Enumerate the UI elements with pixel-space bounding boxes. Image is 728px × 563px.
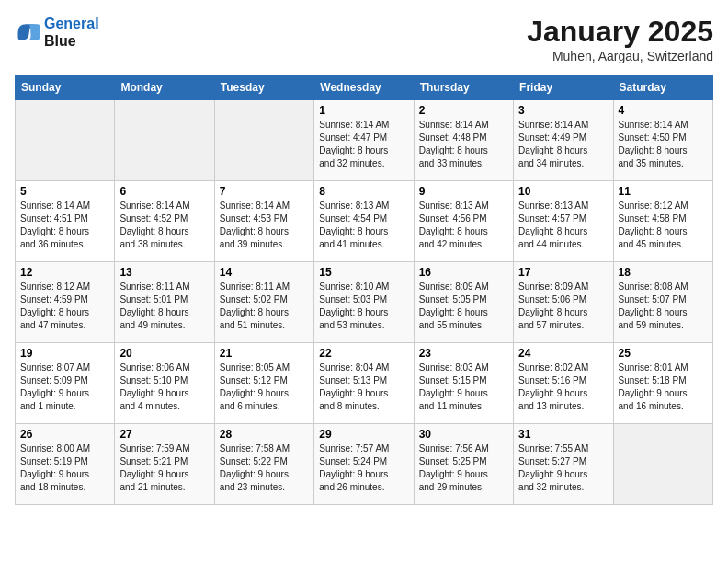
day-number: 31 [518, 428, 608, 441]
weekday-header-sunday: Sunday [16, 75, 115, 100]
day-info: Sunrise: 8:06 AM Sunset: 5:10 PM Dayligh… [119, 362, 209, 413]
calendar-cell: 10Sunrise: 8:13 AM Sunset: 4:57 PM Dayli… [514, 181, 613, 262]
day-number: 29 [319, 428, 408, 441]
calendar-cell: 7Sunrise: 8:14 AM Sunset: 4:53 PM Daylig… [214, 181, 313, 262]
calendar-cell: 11Sunrise: 8:12 AM Sunset: 4:58 PM Dayli… [613, 181, 712, 262]
weekday-header-row: SundayMondayTuesdayWednesdayThursdayFrid… [16, 75, 713, 100]
calendar-cell: 12Sunrise: 8:12 AM Sunset: 4:59 PM Dayli… [16, 262, 115, 343]
weekday-header-friday: Friday [514, 75, 613, 100]
day-number: 2 [419, 104, 508, 117]
calendar-cell: 28Sunrise: 7:58 AM Sunset: 5:22 PM Dayli… [214, 424, 313, 505]
day-number: 8 [319, 185, 408, 198]
day-number: 13 [119, 266, 209, 279]
day-info: Sunrise: 8:14 AM Sunset: 4:47 PM Dayligh… [319, 119, 408, 170]
calendar-cell: 6Sunrise: 8:14 AM Sunset: 4:52 PM Daylig… [115, 181, 214, 262]
day-info: Sunrise: 8:10 AM Sunset: 5:03 PM Dayligh… [319, 281, 408, 332]
day-info: Sunrise: 8:09 AM Sunset: 5:05 PM Dayligh… [419, 281, 508, 332]
day-info: Sunrise: 8:00 AM Sunset: 5:19 PM Dayligh… [20, 442, 109, 494]
calendar-cell: 14Sunrise: 8:11 AM Sunset: 5:02 PM Dayli… [214, 262, 313, 343]
day-info: Sunrise: 8:07 AM Sunset: 5:09 PM Dayligh… [20, 362, 109, 413]
day-number: 14 [220, 266, 309, 279]
calendar-table: SundayMondayTuesdayWednesdayThursdayFrid… [15, 75, 713, 505]
calendar-cell: 13Sunrise: 8:11 AM Sunset: 5:01 PM Dayli… [115, 262, 214, 343]
week-row-3: 12Sunrise: 8:12 AM Sunset: 4:59 PM Dayli… [16, 262, 713, 343]
day-number: 15 [319, 266, 408, 279]
logo-text: General Blue [44, 15, 99, 50]
title-area: January 2025 Muhen, Aargau, Switzerland [527, 15, 713, 63]
week-row-5: 26Sunrise: 8:00 AM Sunset: 5:19 PM Dayli… [16, 424, 713, 505]
calendar-cell [16, 100, 115, 181]
month-title: January 2025 [527, 15, 713, 49]
day-info: Sunrise: 8:14 AM Sunset: 4:53 PM Dayligh… [220, 200, 309, 251]
weekday-header-tuesday: Tuesday [214, 75, 313, 100]
day-number: 6 [119, 185, 209, 198]
day-number: 26 [20, 428, 109, 441]
day-info: Sunrise: 8:14 AM Sunset: 4:52 PM Dayligh… [119, 200, 209, 251]
day-number: 1 [319, 104, 408, 117]
day-info: Sunrise: 8:03 AM Sunset: 5:15 PM Dayligh… [419, 362, 508, 413]
day-info: Sunrise: 8:04 AM Sunset: 5:13 PM Dayligh… [319, 362, 408, 413]
calendar-cell: 19Sunrise: 8:07 AM Sunset: 5:09 PM Dayli… [16, 343, 115, 424]
day-number: 22 [319, 347, 408, 360]
day-info: Sunrise: 8:09 AM Sunset: 5:06 PM Dayligh… [518, 281, 608, 332]
day-number: 25 [619, 347, 708, 360]
day-info: Sunrise: 8:08 AM Sunset: 5:07 PM Dayligh… [619, 281, 708, 332]
day-info: Sunrise: 8:05 AM Sunset: 5:12 PM Dayligh… [220, 362, 309, 413]
day-number: 27 [119, 428, 209, 441]
calendar-cell: 21Sunrise: 8:05 AM Sunset: 5:12 PM Dayli… [214, 343, 313, 424]
logo-icon [15, 19, 40, 45]
week-row-1: 1Sunrise: 8:14 AM Sunset: 4:47 PM Daylig… [16, 100, 713, 181]
day-number: 28 [220, 428, 309, 441]
calendar-cell: 18Sunrise: 8:08 AM Sunset: 5:07 PM Dayli… [613, 262, 712, 343]
day-number: 10 [518, 185, 608, 198]
day-number: 11 [619, 185, 708, 198]
calendar-cell: 4Sunrise: 8:14 AM Sunset: 4:50 PM Daylig… [613, 100, 712, 181]
day-info: Sunrise: 8:14 AM Sunset: 4:48 PM Dayligh… [419, 119, 508, 170]
calendar-cell: 20Sunrise: 8:06 AM Sunset: 5:10 PM Dayli… [115, 343, 214, 424]
location: Muhen, Aargau, Switzerland [527, 49, 713, 63]
day-number: 5 [20, 185, 109, 198]
calendar-cell [613, 424, 712, 505]
day-info: Sunrise: 8:13 AM Sunset: 4:56 PM Dayligh… [419, 200, 508, 251]
day-number: 16 [419, 266, 508, 279]
calendar-cell: 31Sunrise: 7:55 AM Sunset: 5:27 PM Dayli… [514, 424, 613, 505]
weekday-header-saturday: Saturday [613, 75, 712, 100]
calendar-cell: 24Sunrise: 8:02 AM Sunset: 5:16 PM Dayli… [514, 343, 613, 424]
day-number: 18 [619, 266, 708, 279]
day-info: Sunrise: 8:11 AM Sunset: 5:02 PM Dayligh… [220, 281, 309, 332]
week-row-2: 5Sunrise: 8:14 AM Sunset: 4:51 PM Daylig… [16, 181, 713, 262]
day-number: 4 [619, 104, 708, 117]
day-info: Sunrise: 8:12 AM Sunset: 4:59 PM Dayligh… [20, 281, 109, 332]
calendar-cell: 5Sunrise: 8:14 AM Sunset: 4:51 PM Daylig… [16, 181, 115, 262]
day-number: 24 [518, 347, 608, 360]
day-number: 9 [419, 185, 508, 198]
calendar-cell [214, 100, 313, 181]
calendar-cell: 15Sunrise: 8:10 AM Sunset: 5:03 PM Dayli… [314, 262, 414, 343]
calendar-cell: 16Sunrise: 8:09 AM Sunset: 5:05 PM Dayli… [414, 262, 513, 343]
day-info: Sunrise: 8:14 AM Sunset: 4:50 PM Dayligh… [619, 119, 708, 170]
day-info: Sunrise: 8:12 AM Sunset: 4:58 PM Dayligh… [619, 200, 708, 251]
day-info: Sunrise: 8:13 AM Sunset: 4:54 PM Dayligh… [319, 200, 408, 251]
day-info: Sunrise: 8:02 AM Sunset: 5:16 PM Dayligh… [518, 362, 608, 413]
calendar-cell: 30Sunrise: 7:56 AM Sunset: 5:25 PM Dayli… [414, 424, 513, 505]
calendar-cell: 1Sunrise: 8:14 AM Sunset: 4:47 PM Daylig… [314, 100, 414, 181]
calendar-cell: 9Sunrise: 8:13 AM Sunset: 4:56 PM Daylig… [414, 181, 513, 262]
day-info: Sunrise: 7:57 AM Sunset: 5:24 PM Dayligh… [319, 442, 408, 494]
calendar-cell: 3Sunrise: 8:14 AM Sunset: 4:49 PM Daylig… [514, 100, 613, 181]
day-info: Sunrise: 8:01 AM Sunset: 5:18 PM Dayligh… [619, 362, 708, 413]
calendar-cell: 8Sunrise: 8:13 AM Sunset: 4:54 PM Daylig… [314, 181, 414, 262]
calendar-cell: 22Sunrise: 8:04 AM Sunset: 5:13 PM Dayli… [314, 343, 414, 424]
page-header: General Blue January 2025 Muhen, Aargau,… [15, 15, 713, 63]
logo: General Blue [15, 15, 99, 50]
week-row-4: 19Sunrise: 8:07 AM Sunset: 5:09 PM Dayli… [16, 343, 713, 424]
day-info: Sunrise: 7:59 AM Sunset: 5:21 PM Dayligh… [119, 442, 209, 494]
day-info: Sunrise: 8:14 AM Sunset: 4:49 PM Dayligh… [518, 119, 608, 170]
day-number: 23 [419, 347, 508, 360]
day-info: Sunrise: 8:13 AM Sunset: 4:57 PM Dayligh… [518, 200, 608, 251]
calendar-cell: 27Sunrise: 7:59 AM Sunset: 5:21 PM Dayli… [115, 424, 214, 505]
day-number: 20 [119, 347, 209, 360]
weekday-header-wednesday: Wednesday [314, 75, 414, 100]
calendar-cell: 26Sunrise: 8:00 AM Sunset: 5:19 PM Dayli… [16, 424, 115, 505]
day-info: Sunrise: 7:56 AM Sunset: 5:25 PM Dayligh… [419, 442, 508, 494]
calendar-cell: 29Sunrise: 7:57 AM Sunset: 5:24 PM Dayli… [314, 424, 414, 505]
